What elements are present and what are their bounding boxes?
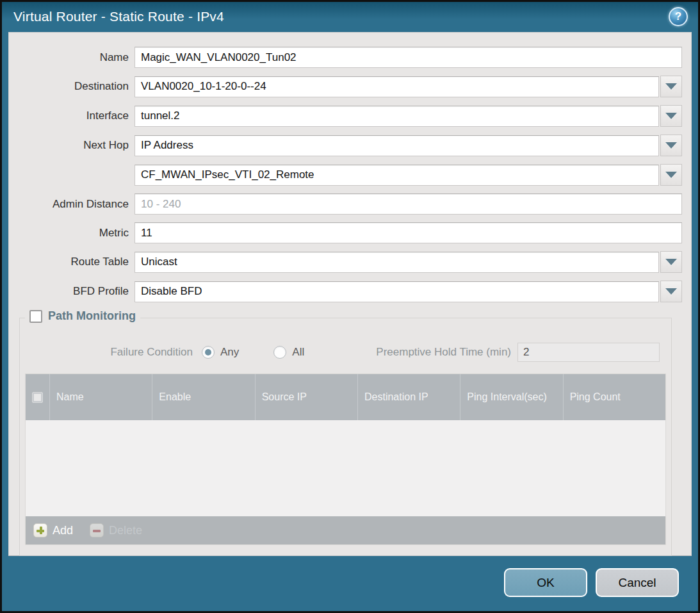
failure-condition-all-label: All	[292, 346, 304, 359]
interface-input[interactable]	[134, 106, 659, 127]
add-icon	[33, 523, 47, 537]
admin-distance-input[interactable]	[134, 193, 682, 215]
table-header-checkbox-cell	[26, 374, 49, 420]
column-header-source-ip: Source IP	[255, 374, 357, 420]
failure-condition-any-label: Any	[220, 346, 239, 359]
bfd-profile-dropdown-button[interactable]	[660, 281, 682, 302]
column-header-ping-interval: Ping Interval(sec)	[460, 374, 562, 420]
failure-condition-any-radio	[202, 346, 215, 359]
name-label: Name	[9, 51, 134, 64]
route-table-input[interactable]	[134, 252, 659, 273]
chevron-down-icon	[665, 142, 677, 149]
dialog-body: Name Destination Interface Next Hop	[8, 32, 692, 556]
delete-button-label: Delete	[109, 524, 142, 537]
static-route-dialog: Virtual Router - Static Route - IPv4 ? N…	[0, 0, 700, 613]
path-monitoring-legend: Path Monitoring	[25, 309, 140, 323]
table-header: Name Enable Source IP Destination IP Pin…	[26, 374, 665, 420]
preemptive-hold-time-input	[517, 343, 660, 362]
path-monitoring-table: Name Enable Source IP Destination IP Pin…	[25, 373, 666, 545]
chevron-down-icon	[665, 288, 677, 295]
bfd-profile-label: BFD Profile	[9, 285, 134, 298]
chevron-down-icon	[665, 259, 677, 265]
destination-input[interactable]	[134, 76, 659, 97]
preemptive-hold-time-label: Preemptive Hold Time (min)	[376, 346, 511, 359]
ok-button[interactable]: OK	[504, 568, 587, 597]
table-body-empty	[26, 420, 665, 516]
dialog-footer: OK Cancel	[2, 556, 698, 597]
chevron-down-icon	[665, 113, 677, 119]
delete-button: Delete	[90, 523, 142, 537]
form-row-route-table: Route Table	[9, 251, 682, 273]
failure-condition-row: Failure Condition Any All Preemptive Hol…	[25, 343, 666, 362]
next-hop-label: Next Hop	[9, 139, 134, 152]
route-table-label: Route Table	[9, 256, 134, 268]
next-hop-type-dropdown-button[interactable]	[660, 135, 682, 156]
failure-condition-all-radio	[273, 346, 286, 359]
admin-distance-label: Admin Distance	[9, 198, 134, 211]
dialog-title: Virtual Router - Static Route - IPv4	[13, 9, 224, 24]
name-input[interactable]	[134, 47, 682, 68]
column-header-destination-ip: Destination IP	[357, 374, 460, 420]
form-row-interface: Interface	[9, 105, 682, 127]
path-monitoring-section: Path Monitoring Failure Condition Any Al…	[19, 318, 672, 556]
form-row-destination: Destination	[9, 76, 682, 97]
bfd-profile-input[interactable]	[134, 281, 659, 302]
preemptive-hold-time-group: Preemptive Hold Time (min)	[376, 343, 660, 362]
table-toolbar: Add Delete	[26, 516, 665, 544]
destination-dropdown-button[interactable]	[660, 76, 682, 97]
form-row-metric: Metric	[9, 222, 682, 243]
next-hop-type-input[interactable]	[134, 135, 659, 156]
add-button[interactable]: Add	[33, 523, 73, 537]
cancel-button[interactable]: Cancel	[596, 568, 679, 597]
delete-icon	[90, 523, 104, 537]
form-row-bfd-profile: BFD Profile	[9, 281, 682, 302]
path-monitoring-title: Path Monitoring	[48, 309, 136, 323]
interface-dropdown-button[interactable]	[660, 105, 682, 127]
add-button-label: Add	[53, 524, 73, 537]
select-all-checkbox	[32, 392, 43, 403]
column-header-enable: Enable	[152, 374, 254, 420]
route-table-dropdown-button[interactable]	[660, 251, 682, 273]
column-header-ping-count: Ping Count	[563, 374, 665, 420]
path-monitoring-checkbox[interactable]	[29, 310, 42, 323]
interface-label: Interface	[9, 110, 134, 122]
dialog-titlebar: Virtual Router - Static Route - IPv4 ?	[2, 2, 698, 31]
form-row-admin-distance: Admin Distance	[9, 193, 682, 215]
metric-label: Metric	[9, 227, 134, 240]
help-icon[interactable]: ?	[669, 7, 688, 26]
failure-condition-label: Failure Condition	[25, 346, 193, 359]
metric-input[interactable]	[134, 222, 682, 243]
chevron-down-icon	[665, 172, 677, 178]
form-row-next-hop: Next Hop	[9, 135, 682, 156]
column-header-name: Name	[49, 374, 152, 420]
destination-label: Destination	[9, 80, 134, 93]
chevron-down-icon	[665, 83, 677, 90]
next-hop-address-input[interactable]	[134, 165, 659, 186]
form-row-next-hop-address	[9, 164, 682, 186]
next-hop-address-dropdown-button[interactable]	[660, 164, 682, 186]
form-row-name: Name	[9, 47, 682, 68]
